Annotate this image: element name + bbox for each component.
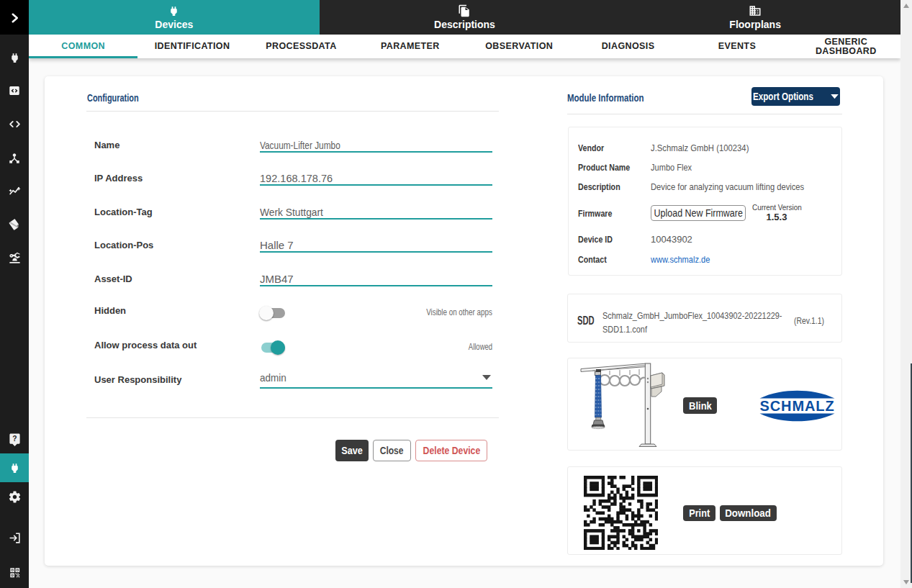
svg-text:SCHMALZ: SCHMALZ xyxy=(759,398,834,414)
svg-text:?: ? xyxy=(12,435,17,443)
